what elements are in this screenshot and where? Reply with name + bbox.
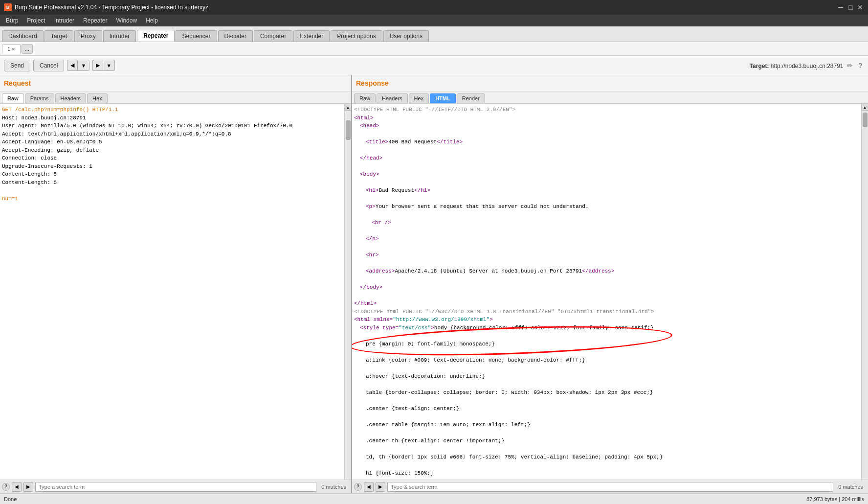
main-tabbar: Dashboard Target Proxy Intruder Repeater… [0,26,868,42]
search-prev-right[interactable]: ◀ [364,482,374,492]
cancel-button[interactable]: Cancel [33,60,64,71]
help-icon-right[interactable]: ? [354,483,362,491]
request-tab-headers[interactable]: Headers [55,93,87,103]
search-next-left[interactable]: ▶ [23,482,33,492]
repeater-tab-more[interactable]: ... [22,44,33,54]
tab-extender[interactable]: Extender [293,30,330,42]
menu-burp[interactable]: Burp [2,16,22,25]
titlebar: B Burp Suite Professional v2.1.04 - Temp… [0,0,868,15]
response-scrollbar[interactable]: ▲ [861,104,868,480]
response-tab-render[interactable]: Render [457,93,485,103]
response-text: <!DOCTYPE HTML PUBLIC "-//IETF//DTD HTML… [354,106,859,480]
maximize-button[interactable]: □ [846,3,854,11]
app-icon: B [4,3,12,11]
menu-window[interactable]: Window [112,16,141,25]
content-area: Request Raw Params Headers Hex GET /calc… [0,75,868,493]
request-code-area[interactable]: GET /calc.php?num=phpinfo() HTTP/1.1 Hos… [0,104,344,480]
response-tabbar: Raw Headers Hex HTML Render [352,92,868,104]
response-scroll-up[interactable]: ▲ [862,104,868,111]
send-button[interactable]: Send [4,60,30,71]
response-tab-raw[interactable]: Raw [354,93,376,103]
menubar: Burp Project Intruder Repeater Window He… [0,15,868,26]
nav-back-group: ◀ ▼ [67,60,89,71]
response-search-bar: ? ◀ ▶ 0 matches [352,480,868,493]
response-code-area[interactable]: <!DOCTYPE HTML PUBLIC "-//IETF//DTD HTML… [352,104,861,480]
tab-target[interactable]: Target [45,30,73,42]
tab-user-options[interactable]: User options [383,30,429,42]
target-label: Target: [750,63,769,69]
help-target-button[interactable]: ? [856,61,864,70]
request-text: GET /calc.php?num=phpinfo() HTTP/1.1 Hos… [2,106,342,203]
request-content: GET /calc.php?num=phpinfo() HTTP/1.1 Hos… [0,104,351,480]
request-tab-params[interactable]: Params [25,93,54,103]
nav-forward-button[interactable]: ▶ [92,60,103,71]
response-panel: Response Raw Headers Hex HTML Render <!D… [352,75,868,493]
status-left: Done [4,496,17,502]
status-right: 87,973 bytes | 204 millis [806,496,864,502]
nav-back-button[interactable]: ◀ [67,60,77,71]
toolbar-target: Target: http://node3.buuoj.cn:28791 ✏ ? [750,61,864,70]
request-title: Request [4,77,347,89]
toolbar: Send Cancel ◀ ▼ ▶ ▼ Target: http://node3… [0,56,868,75]
search-input-left[interactable] [35,482,316,492]
tab-intruder[interactable]: Intruder [103,30,136,42]
titlebar-controls[interactable]: ─ □ ✕ [837,3,864,11]
statusbar: Done 87,973 bytes | 204 millis [0,493,868,504]
titlebar-left: B Burp Suite Professional v2.1.04 - Temp… [4,3,208,11]
response-content: <!DOCTYPE HTML PUBLIC "-//IETF//DTD HTML… [352,104,868,480]
app-title: Burp Suite Professional v2.1.04 - Tempor… [15,4,208,11]
request-panel: Request Raw Params Headers Hex GET /calc… [0,75,352,493]
request-tab-raw[interactable]: Raw [2,93,24,103]
response-title: Response [356,77,864,89]
request-panel-header: Request [0,75,351,92]
nav-forward-dropdown[interactable]: ▼ [103,60,115,71]
edit-target-button[interactable]: ✏ [845,61,855,70]
tab-proxy[interactable]: Proxy [74,30,102,42]
menu-repeater[interactable]: Repeater [79,16,111,25]
search-prev-left[interactable]: ◀ [12,482,22,492]
request-tab-hex[interactable]: Hex [87,93,108,103]
menu-project[interactable]: Project [23,16,49,25]
nav-forward-group: ▶ ▼ [92,60,115,71]
matches-label-left: 0 matches [318,484,349,490]
repeater-tabbar: 1 × ... [0,42,868,56]
menu-intruder[interactable]: Intruder [50,16,78,25]
tab-sequencer[interactable]: Sequencer [176,30,217,42]
repeater-tab-1[interactable]: 1 × [2,44,21,54]
help-icon-left[interactable]: ? [2,483,10,491]
tab-dashboard[interactable]: Dashboard [2,30,44,42]
response-tab-hex[interactable]: Hex [409,93,429,103]
response-scroll-thumb[interactable] [863,113,868,127]
tab-repeater[interactable]: Repeater [137,30,175,42]
minimize-button[interactable]: ─ [837,3,845,11]
request-tabbar: Raw Params Headers Hex [0,92,351,104]
search-input-right[interactable] [387,482,833,492]
nav-back-dropdown[interactable]: ▼ [77,60,89,71]
scroll-up-arrow[interactable]: ▲ [345,104,352,111]
menu-help[interactable]: Help [142,16,162,25]
tab-project-options[interactable]: Project options [331,30,382,42]
request-scrollbar[interactable]: ▲ [344,104,351,480]
tab-comparer[interactable]: Comparer [254,30,292,42]
response-tab-headers[interactable]: Headers [377,93,408,103]
scroll-thumb[interactable] [346,120,351,140]
target-url: http://node3.buuoj.cn:28791 [771,63,844,69]
tab-decoder[interactable]: Decoder [218,30,253,42]
close-button[interactable]: ✕ [856,3,864,11]
response-tab-html[interactable]: HTML [430,93,456,103]
matches-label-right: 0 matches [835,484,866,490]
response-panel-header: Response [352,75,868,92]
request-search-bar: ? ◀ ▶ 0 matches [0,480,351,493]
search-next-right[interactable]: ▶ [376,482,385,492]
